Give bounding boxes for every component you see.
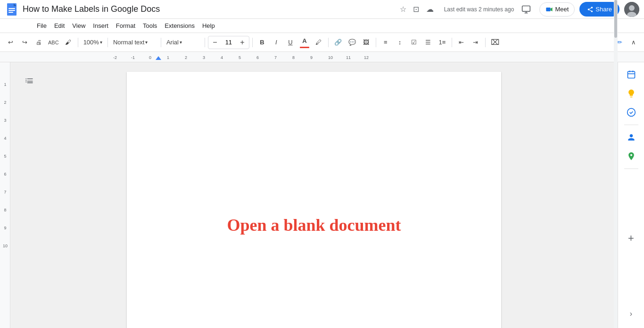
move-icon[interactable]: ⊡ (413, 5, 422, 14)
font-color-button[interactable]: A (298, 36, 311, 49)
right-title-area: Meet Share (518, 1, 639, 18)
svg-text:5: 5 (4, 154, 6, 159)
last-edit-text: Last edit was 2 minutes ago (444, 6, 514, 13)
cloud-icon[interactable]: ☁ (426, 5, 436, 14)
toolbar-sep-1 (78, 38, 78, 47)
svg-marker-11 (551, 8, 553, 11)
svg-rect-10 (546, 8, 551, 11)
svg-text:4: 4 (4, 136, 6, 141)
underline-button[interactable]: U (284, 36, 297, 49)
bold-button[interactable]: B (256, 36, 269, 49)
svg-text:5: 5 (239, 55, 241, 60)
paint-format-button[interactable]: 🖌 (62, 36, 75, 49)
checklist-button[interactable]: ☑ (407, 36, 421, 49)
svg-text:-1: -1 (131, 55, 135, 60)
title-bar: How to Make Labels in Google Docs ☆ ⊡ ☁ … (0, 0, 644, 19)
svg-text:12: 12 (364, 55, 369, 60)
outline-icon[interactable] (25, 76, 34, 88)
svg-rect-4 (8, 8, 15, 9)
comment-button[interactable]: 💬 (346, 36, 359, 49)
svg-text:11: 11 (346, 55, 351, 60)
sidebar-sep-2 (624, 168, 638, 169)
user-avatar[interactable] (624, 2, 639, 17)
document-content[interactable]: Open a blank document (127, 72, 501, 328)
star-icon[interactable]: ☆ (400, 5, 409, 14)
toolbar-sep-5 (252, 38, 253, 47)
highlight-button[interactable]: 🖊 (312, 36, 325, 49)
vertical-ruler: 1 2 3 4 5 6 7 8 9 10 (0, 62, 10, 328)
doc-title: How to Make Labels in Google Docs (23, 4, 396, 14)
svg-text:6: 6 (256, 55, 259, 60)
svg-text:-2: -2 (113, 55, 117, 60)
svg-text:9: 9 (310, 55, 313, 60)
indent-increase-button[interactable]: ⇥ (469, 36, 482, 49)
menu-format[interactable]: Format (112, 20, 139, 31)
bullet-list-button[interactable]: ☰ (421, 36, 435, 49)
align-button[interactable]: ≡ (379, 36, 392, 49)
svg-text:8: 8 (4, 208, 6, 212)
numbered-list-button[interactable]: 1≡ (436, 36, 449, 49)
toolbar-sep-7 (376, 38, 376, 47)
font-color-label: A (302, 37, 306, 44)
docs-logo (5, 2, 19, 17)
font-size-input[interactable] (222, 39, 236, 46)
calendar-icon[interactable] (623, 66, 640, 83)
decrease-font-button[interactable]: − (208, 36, 222, 49)
maps-icon[interactable] (623, 148, 640, 165)
menu-insert[interactable]: Insert (89, 20, 112, 31)
keep-icon[interactable] (623, 85, 640, 102)
expand-sidebar-button[interactable]: › (623, 305, 640, 322)
menu-extensions[interactable]: Extensions (161, 20, 198, 31)
collapse-toolbar-button[interactable]: ∧ (627, 36, 640, 49)
svg-text:7: 7 (4, 190, 6, 194)
toolbar-sep-2 (107, 38, 108, 47)
svg-text:1: 1 (4, 82, 6, 87)
style-select[interactable]: Normal text ▾ (111, 36, 158, 49)
toolbar: ↩ ↪ 🖨 ABC 🖌 100% ▾ Normal text ▾ Arial ▾… (0, 33, 644, 52)
menu-tools[interactable]: Tools (139, 20, 161, 31)
redo-button[interactable]: ↪ (18, 36, 31, 49)
svg-text:10: 10 (328, 55, 333, 60)
meet-button[interactable]: Meet (539, 2, 575, 17)
print-button[interactable]: 🖨 (32, 36, 45, 49)
menu-edit[interactable]: Edit (50, 20, 68, 31)
menu-file[interactable]: File (33, 20, 50, 31)
chat-button[interactable] (518, 1, 535, 18)
horizontal-ruler: -2 -1 0 1 2 3 4 5 6 7 8 9 10 11 12 (0, 52, 644, 62)
toolbar-sep-3 (161, 38, 161, 47)
line-spacing-button[interactable]: ↕ (393, 36, 406, 49)
undo-button[interactable]: ↩ (4, 36, 17, 49)
indent-decrease-button[interactable]: ⇤ (455, 36, 468, 49)
tasks-icon[interactable] (623, 104, 640, 121)
main-area: 1 2 3 4 5 6 7 8 9 10 Open a blank docume… (0, 62, 644, 328)
increase-font-button[interactable]: + (236, 36, 249, 49)
italic-button[interactable]: I (270, 36, 283, 49)
clear-formatting-button[interactable]: ⌧ (488, 36, 502, 49)
svg-text:7: 7 (274, 55, 277, 60)
svg-rect-7 (522, 6, 530, 11)
document-container[interactable]: Open a blank document (10, 62, 618, 328)
svg-text:1: 1 (167, 55, 169, 60)
menu-help[interactable]: Help (198, 20, 219, 31)
font-select[interactable]: Arial ▾ (164, 36, 202, 49)
contacts-icon[interactable] (623, 129, 640, 146)
svg-text:2: 2 (185, 55, 187, 60)
document-main-text[interactable]: Open a blank document (227, 215, 401, 235)
scrollbar-track[interactable] (614, 0, 618, 328)
image-button[interactable]: 🖼 (360, 36, 373, 49)
style-chevron: ▾ (145, 40, 148, 45)
meet-label: Meet (555, 6, 569, 13)
scrollbar-thumb[interactable] (614, 0, 617, 38)
font-size-area[interactable]: − + (208, 36, 249, 49)
link-button[interactable]: 🔗 (331, 36, 345, 49)
menu-view[interactable]: View (68, 20, 89, 31)
spellcheck-button[interactable]: ABC (46, 36, 61, 49)
add-sidebar-button[interactable]: + (623, 230, 640, 247)
zoom-select[interactable]: 100% ▾ (81, 36, 105, 49)
document-page[interactable]: Open a blank document (127, 72, 501, 328)
right-sidebar: + › (618, 62, 644, 328)
font-chevron: ▾ (180, 40, 182, 45)
svg-rect-41 (627, 71, 635, 78)
title-icon-group: ☆ ⊡ ☁ (400, 5, 436, 14)
svg-point-13 (629, 5, 635, 11)
